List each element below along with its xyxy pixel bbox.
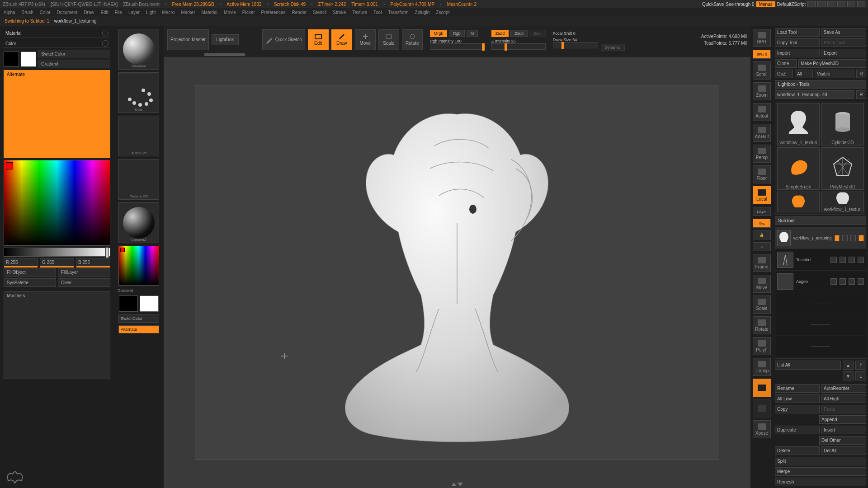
transp-button[interactable]: Transp bbox=[753, 358, 771, 376]
solo-button[interactable] bbox=[753, 399, 771, 418]
subtool-brush-icon[interactable] bbox=[858, 278, 864, 285]
menu-edit[interactable]: Edit bbox=[101, 10, 108, 15]
tool-cell[interactable]: Cylinder3D bbox=[821, 103, 864, 145]
clear-button[interactable]: Clear bbox=[58, 278, 110, 287]
nav-rotate-button[interactable]: Rotate bbox=[753, 316, 771, 334]
subtool-toggle[interactable] bbox=[840, 278, 846, 285]
menu-zscript[interactable]: Zscript bbox=[436, 10, 449, 15]
tool-cell[interactable]: SimpleBrush bbox=[777, 147, 820, 190]
xyz-button[interactable]: Xyz bbox=[753, 219, 771, 228]
reload-icon[interactable] bbox=[102, 30, 108, 36]
move-top-icon[interactable]: ⤒ bbox=[855, 361, 866, 370]
menu-picker[interactable]: Picker bbox=[242, 10, 255, 15]
subtool-toggle[interactable] bbox=[830, 257, 837, 263]
mini-color-picker[interactable] bbox=[118, 246, 159, 286]
r-value[interactable]: R 255 bbox=[4, 258, 38, 266]
reload-icon[interactable] bbox=[102, 40, 108, 47]
tool-cell[interactable]: workflow_1_texturi bbox=[777, 103, 820, 145]
frame-button[interactable]: Frame bbox=[753, 254, 771, 272]
subtool-toggle[interactable] bbox=[840, 257, 846, 263]
subtool-eye-icon[interactable] bbox=[850, 235, 856, 241]
window-btn-3[interactable] bbox=[827, 1, 835, 7]
move-up-icon[interactable]: ▲ bbox=[843, 361, 854, 370]
m-button[interactable]: M bbox=[467, 30, 478, 37]
subtool-eye-icon[interactable] bbox=[849, 257, 855, 263]
rgb-intensity-slider[interactable]: Rgb Intensity 100 bbox=[430, 39, 462, 43]
menu-stroke[interactable]: Stroke bbox=[333, 10, 346, 15]
zadd-button[interactable]: Zadd bbox=[491, 30, 509, 37]
subtool-eye-icon[interactable] bbox=[849, 278, 855, 285]
menu-light[interactable]: Light bbox=[146, 10, 156, 15]
merge-header[interactable]: Merge bbox=[775, 467, 866, 476]
fillobject-button[interactable]: FillObject bbox=[4, 268, 56, 277]
canvas-area[interactable] bbox=[164, 57, 750, 488]
secondary-color-swatch[interactable] bbox=[4, 52, 19, 67]
menus-toggle[interactable]: Menus bbox=[756, 1, 775, 7]
delete-button[interactable]: Delete bbox=[775, 446, 820, 455]
tool-cell[interactable] bbox=[777, 192, 820, 212]
rotate-button[interactable]: Rotate bbox=[402, 29, 423, 50]
g-value[interactable]: G 255 bbox=[40, 258, 74, 266]
z-intensity-slider[interactable]: Z Intensity 25 bbox=[491, 39, 516, 43]
subtool-row[interactable]: Augen bbox=[775, 271, 866, 292]
quicksave-button[interactable]: QuickSave bbox=[702, 2, 724, 7]
subtool-header[interactable]: SubTool bbox=[775, 216, 866, 225]
dynamic-persp-button[interactable]: Persp bbox=[753, 145, 771, 163]
floor-button[interactable]: Floor bbox=[753, 165, 771, 183]
copy-button[interactable]: Copy bbox=[775, 405, 820, 413]
menu-color[interactable]: Color bbox=[40, 10, 51, 15]
switchcolor-button-2[interactable]: SwitchColor bbox=[118, 314, 159, 323]
listall-button[interactable]: List All bbox=[775, 361, 841, 370]
goz-button[interactable]: GoZ bbox=[775, 70, 793, 78]
horizontal-scrollbar[interactable] bbox=[204, 53, 245, 56]
menu-file[interactable]: File bbox=[115, 10, 122, 15]
loadtool-button[interactable]: Load Tool bbox=[775, 28, 820, 37]
mrgb-button[interactable]: Mrgb bbox=[430, 30, 448, 37]
tool-cell[interactable]: PolyMesh3D bbox=[821, 147, 864, 190]
subtool-row[interactable]: Tentakel bbox=[775, 249, 866, 271]
primary-color-swatch[interactable] bbox=[21, 52, 36, 67]
clone-button[interactable]: Clone bbox=[775, 59, 797, 68]
menu-macro[interactable]: Macro bbox=[162, 10, 175, 15]
draw-size-slider[interactable]: Draw Size 64 bbox=[553, 38, 577, 42]
tool-cell[interactable]: workflow_1_texturi bbox=[821, 192, 864, 212]
goz-visible-button[interactable]: Visible bbox=[815, 70, 854, 78]
center-icon[interactable]: ⊕ bbox=[753, 242, 771, 251]
bpr-button[interactable]: BPR bbox=[753, 29, 771, 47]
scroll-button[interactable]: Scroll bbox=[753, 61, 771, 80]
seethrough-slider[interactable]: See-through 0 bbox=[726, 2, 754, 7]
tray-expand-icon[interactable] bbox=[451, 483, 463, 486]
draw-button[interactable]: Draw bbox=[331, 29, 352, 50]
menu-draw[interactable]: Draw bbox=[84, 10, 94, 15]
zoom-button[interactable]: Zoom bbox=[753, 82, 771, 100]
duplicate-button[interactable]: Duplicate bbox=[775, 426, 820, 434]
menu-material[interactable]: Material bbox=[202, 10, 218, 15]
material-slot[interactable]: ChromeZ bbox=[118, 202, 159, 243]
rgb-button[interactable]: Rgb bbox=[449, 30, 465, 37]
projection-master-button[interactable]: Projection Master bbox=[167, 29, 209, 50]
move-bottom-icon[interactable]: ⤓ bbox=[855, 371, 866, 380]
pastetool-button[interactable]: Paste Tool bbox=[821, 38, 866, 47]
brush-slot[interactable]: Standard bbox=[118, 29, 159, 70]
menu-alpha[interactable]: Alpha bbox=[4, 10, 15, 15]
makepolymesh-button[interactable]: Make PolyMesh3D bbox=[798, 59, 866, 68]
gradient-button[interactable]: Gradient bbox=[38, 60, 110, 68]
delall-button[interactable]: Del All bbox=[821, 446, 866, 455]
zsub-button[interactable]: Zsub bbox=[510, 30, 528, 37]
polyf-button[interactable]: PolyF bbox=[753, 337, 771, 355]
document-canvas[interactable] bbox=[195, 85, 719, 460]
window-btn-2[interactable] bbox=[817, 1, 826, 7]
rename-button[interactable]: Rename bbox=[775, 384, 820, 393]
stroke-slot[interactable]: Dots bbox=[118, 72, 159, 113]
subtool-vis-toggle[interactable] bbox=[835, 235, 840, 241]
menu-document[interactable]: Document bbox=[57, 10, 78, 15]
dynamic-button[interactable]: Dynamic bbox=[601, 44, 625, 51]
menu-preferences[interactable]: Preferences bbox=[261, 10, 286, 15]
color-header[interactable]: Color bbox=[4, 39, 110, 48]
append-button[interactable]: Append bbox=[819, 415, 866, 424]
paste-button[interactable]: Paste bbox=[821, 405, 866, 413]
alllow-button[interactable]: All Low bbox=[775, 394, 820, 403]
alternate-button-2[interactable]: Alternate bbox=[118, 325, 159, 333]
spix-button[interactable]: SPix 3 bbox=[753, 50, 771, 59]
menu-stencil[interactable]: Stencil bbox=[313, 10, 326, 15]
